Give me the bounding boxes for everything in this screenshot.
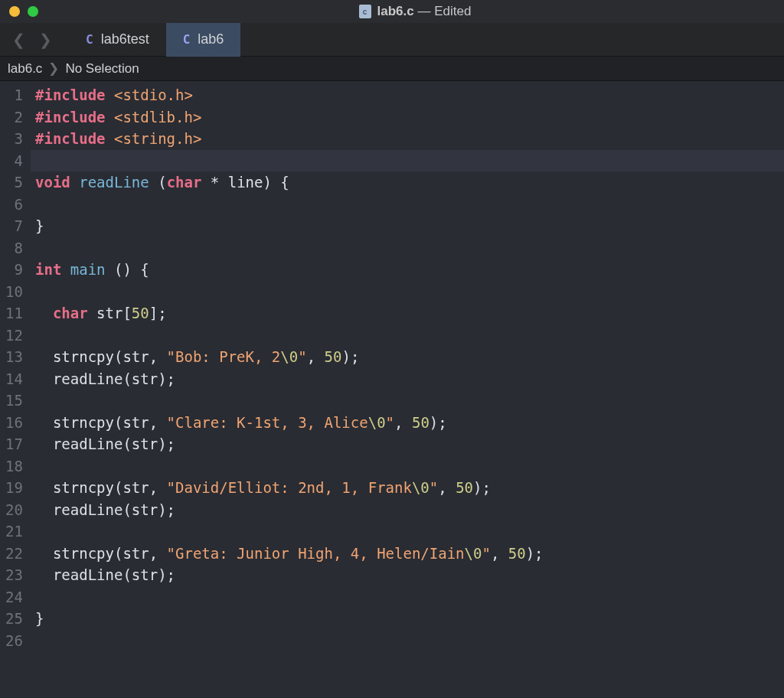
breadcrumb-file: lab6.c xyxy=(8,61,42,77)
line-number: 19 xyxy=(0,477,23,499)
line-number: 22 xyxy=(0,543,23,565)
code-line[interactable] xyxy=(35,630,784,652)
breadcrumb-selection: No Selection xyxy=(65,61,139,77)
code-line[interactable] xyxy=(35,281,784,303)
line-number: 25 xyxy=(0,608,23,630)
title-suffix: — Edited xyxy=(414,4,472,18)
code-line[interactable]: char str[50]; xyxy=(35,302,784,325)
code-line[interactable] xyxy=(35,325,784,347)
tab-bar: ❮ ❯ C lab6test C lab6 xyxy=(0,23,784,57)
title-filename: lab6.c xyxy=(377,4,414,18)
line-number: 14 xyxy=(0,368,23,390)
code-line[interactable] xyxy=(31,150,784,172)
tab-lab6[interactable]: C lab6 xyxy=(166,23,241,57)
line-number: 12 xyxy=(0,325,23,347)
code-line[interactable] xyxy=(35,586,784,608)
line-number: 5 xyxy=(0,171,23,194)
line-number: 16 xyxy=(0,412,23,434)
line-number: 23 xyxy=(0,564,23,586)
code-line[interactable]: readLine(str); xyxy=(35,564,784,586)
code-line[interactable]: } xyxy=(35,608,784,630)
line-number: 17 xyxy=(0,433,23,455)
code-line[interactable]: strncpy(str, "Bob: PreK, 2\0", 50); xyxy=(35,346,784,368)
line-number: 13 xyxy=(0,346,23,368)
window-zoom-button[interactable] xyxy=(28,6,38,17)
code-line[interactable]: readLine(str); xyxy=(35,368,784,390)
code-line[interactable]: strncpy(str, "Clare: K-1st, 3, Alice\0",… xyxy=(35,412,784,434)
code-line[interactable] xyxy=(35,194,784,216)
c-file-icon: C xyxy=(86,32,93,47)
line-number: 1 xyxy=(0,84,23,106)
nav-arrows: ❮ ❯ xyxy=(9,28,55,52)
code-line[interactable]: } xyxy=(35,215,784,237)
tab-label: lab6test xyxy=(101,31,149,47)
code-line[interactable]: int main () { xyxy=(35,259,784,281)
code-line[interactable]: #include <stdlib.h> xyxy=(35,106,784,129)
line-number: 21 xyxy=(0,520,23,543)
editor[interactable]: 1234567891011121314151617181920212223242… xyxy=(0,81,784,698)
line-number: 2 xyxy=(0,106,23,129)
chevron-right-icon: ❯ xyxy=(48,60,59,77)
line-number: 26 xyxy=(0,630,23,652)
line-number: 8 xyxy=(0,237,23,259)
window-minimize-button[interactable] xyxy=(9,6,20,17)
code-line[interactable]: #include <stdio.h> xyxy=(35,84,784,106)
file-icon: c xyxy=(359,5,371,18)
line-number: 6 xyxy=(0,194,23,216)
code-line[interactable]: readLine(str); xyxy=(35,433,784,455)
code-line[interactable]: strncpy(str, "David/Elliot: 2nd, 1, Fran… xyxy=(35,477,784,499)
breadcrumb[interactable]: lab6.c ❯ No Selection xyxy=(0,57,784,81)
window-title: c lab6.c — Edited xyxy=(46,4,784,19)
line-number: 15 xyxy=(0,390,23,412)
line-number: 7 xyxy=(0,215,23,237)
tab-label: lab6 xyxy=(198,31,224,47)
code-line[interactable]: void readLine (char * line) { xyxy=(35,171,784,194)
code-line[interactable]: #include <string.h> xyxy=(35,128,784,150)
line-number: 18 xyxy=(0,455,23,478)
nav-back-icon[interactable]: ❮ xyxy=(9,28,28,52)
line-number: 20 xyxy=(0,499,23,521)
code-line[interactable]: readLine(str); xyxy=(35,499,784,521)
c-file-icon: C xyxy=(183,32,191,47)
nav-forward-icon[interactable]: ❯ xyxy=(36,28,55,52)
code-line[interactable] xyxy=(35,390,784,412)
line-number: 11 xyxy=(0,302,23,325)
code-line[interactable] xyxy=(35,520,784,543)
line-number: 3 xyxy=(0,128,23,150)
line-number: 24 xyxy=(0,586,23,608)
code-line[interactable] xyxy=(35,237,784,259)
code-area[interactable]: #include <stdio.h>#include <stdlib.h>#in… xyxy=(31,81,784,698)
titlebar: c lab6.c — Edited xyxy=(0,0,784,23)
code-line[interactable]: strncpy(str, "Greta: Junior High, 4, Hel… xyxy=(35,543,784,565)
tab-lab6test[interactable]: C lab6test xyxy=(69,23,166,57)
line-number: 9 xyxy=(0,259,23,281)
line-number: 10 xyxy=(0,281,23,303)
line-number: 4 xyxy=(0,150,23,172)
line-gutter: 1234567891011121314151617181920212223242… xyxy=(0,81,31,698)
code-line[interactable] xyxy=(35,455,784,478)
